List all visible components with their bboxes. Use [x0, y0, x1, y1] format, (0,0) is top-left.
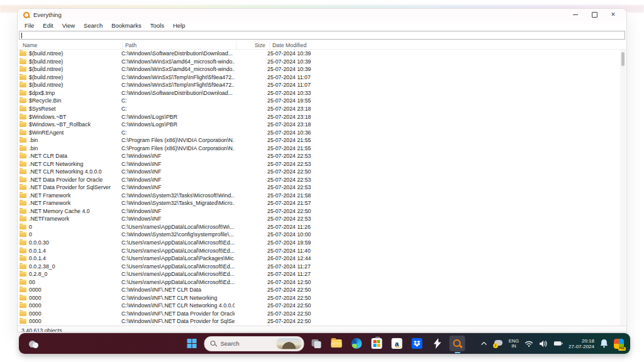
file-row[interactable]: $WinREAgent C: 25-07-2024 10:36 [18, 128, 619, 136]
file-name: $(build.nttree) [29, 50, 63, 57]
file-row[interactable]: .bin C:\Program Files (x86)\NVIDIA Corpo… [18, 144, 619, 152]
file-row[interactable]: 0.0.0.30 C:\Users\rames\AppData\Local\Mi… [18, 239, 619, 247]
file-row[interactable]: .NET CLR Networking 4.0.0.0 C:\Windows\I… [18, 168, 619, 176]
onedrive-warning-icon[interactable]: ! [493, 340, 503, 348]
maximize-button[interactable] [585, 9, 604, 20]
file-row[interactable]: .bin C:\Program Files (x86)\NVIDIA Corpo… [18, 136, 619, 145]
file-path: C:\Windows\INF\.NET CLR Networking 4.0.0… [119, 302, 235, 309]
column-header-name[interactable]: Name [18, 41, 123, 49]
dropbox-button[interactable] [409, 336, 425, 351]
file-date-modified: 25-07-2024 10:39 [265, 58, 619, 65]
file-row[interactable]: $(build.nttree) C:\Windows\SoftwareDistr… [18, 50, 619, 58]
file-row[interactable]: .NET Data Provider for SqlServer C:\Wind… [18, 184, 619, 192]
folder-icon [19, 130, 26, 135]
microsoft-store-button[interactable] [369, 336, 385, 351]
maximize-icon [592, 12, 597, 18]
lightning-app-button[interactable] [430, 336, 445, 351]
folder-icon [19, 162, 26, 167]
start-button[interactable] [184, 336, 200, 351]
copilot-preview-icon[interactable]: PRE [614, 339, 624, 349]
file-row[interactable]: .NET Framework C:\Windows\System32\Tasks… [18, 192, 619, 200]
file-row[interactable]: .NET Memory Cache 4.0 C:\Windows\INF 25-… [18, 207, 619, 216]
file-row[interactable]: $Recycle.Bin C: 25-07-2024 19:55 [18, 97, 619, 105]
file-row[interactable]: 00 C:\Users\rames\AppData\Local\Microsof… [18, 278, 619, 286]
minimize-button[interactable] [566, 9, 585, 20]
column-header-row: Name Path Size Date Modified [18, 41, 626, 50]
folder-icon [19, 295, 26, 300]
menu-search[interactable]: Search [79, 22, 107, 29]
menu-tools[interactable]: Tools [146, 22, 169, 29]
file-row[interactable]: 0000 C:\Windows\INF\.NET CLR Data 25-07-… [18, 286, 619, 294]
file-name: 0000 [29, 310, 42, 317]
everything-taskbar-button[interactable] [450, 336, 465, 351]
file-row[interactable]: 0.2.8_0 C:\Users\rames\AppData\Local\Mic… [18, 270, 619, 278]
file-row[interactable]: .NET Framework C:\Windows\System32\Tasks… [18, 199, 619, 207]
column-header-path[interactable]: Path [123, 41, 236, 49]
file-row[interactable]: $(build.nttree) C:\Windows\WinSxS\amd64_… [18, 65, 619, 74]
scrollbar-thumb[interactable] [621, 52, 625, 66]
weather-widget-icon[interactable] [29, 340, 40, 348]
file-path: C:\Windows\INF [119, 168, 235, 175]
folder-icon [19, 177, 26, 182]
file-row[interactable]: 0.0.2.38_0 C:\Users\rames\AppData\Local\… [18, 262, 619, 270]
file-row[interactable]: $(build.nttree) C:\Windows\WinSxS\Temp\I… [18, 74, 619, 82]
edge-button[interactable] [349, 336, 365, 351]
battery-icon[interactable] [553, 340, 563, 347]
file-row[interactable]: 0 C:\Users\rames\AppData\Local\Microsoft… [18, 223, 619, 231]
file-date-modified: 25-07-2024 11:27 [265, 263, 619, 270]
menu-view[interactable]: View [58, 22, 79, 29]
file-date-modified: 25-07-2024 10:36 [265, 129, 619, 136]
menu-edit[interactable]: Edit [38, 22, 57, 29]
file-path: C:\Windows\INF [119, 177, 235, 183]
file-path: C:\Windows\INF [119, 184, 235, 190]
column-header-date[interactable]: Date Modified [270, 41, 619, 49]
file-path: C:\Windows\INF [119, 161, 235, 167]
volume-icon[interactable] [539, 340, 548, 348]
file-row[interactable]: $Windows.~BT_Rollback C:\Windows\Logs\PB… [18, 121, 619, 129]
folder-icon [19, 114, 26, 119]
column-header-size[interactable]: Size [236, 41, 270, 49]
file-row[interactable]: $Windows.~BT C:\Windows\Logs\PBR 25-07-2… [18, 112, 619, 121]
file-row[interactable]: $(build.nttree) C:\Windows\WinSxS\amd64_… [18, 58, 619, 66]
file-row[interactable]: 0.0.1.4 C:\Users\rames\AppData\Local\Pac… [18, 255, 619, 263]
file-row[interactable]: $SysReset C: 25-07-2024 23:18 [18, 105, 619, 113]
everything-app-icon [23, 12, 30, 18]
language-indicator[interactable]: ENG IN [509, 339, 519, 348]
clock[interactable]: 20:18 27-07-2024 [569, 338, 594, 349]
menu-bookmarks[interactable]: Bookmarks [107, 22, 146, 29]
file-row[interactable]: .NET CLR Networking C:\Windows\INF 25-07… [18, 160, 619, 168]
folder-icon [19, 240, 26, 245]
taskbar-search[interactable]: Search [204, 336, 304, 351]
file-row[interactable]: .NET CLR Data C:\Windows\INF 25-07-2024 … [18, 152, 619, 160]
wifi-icon[interactable] [525, 340, 533, 347]
file-date-modified: 25-07-2024 22:50 [265, 208, 619, 214]
file-date-modified: 25-07-2024 10:33 [265, 90, 619, 96]
file-row[interactable]: .NETFramework C:\Windows\INF 25-07-2024 … [18, 215, 619, 223]
menu-file[interactable]: File [20, 22, 38, 29]
file-row[interactable]: $dpx$.tmp C:\Windows\SoftwareDistributio… [18, 89, 619, 97]
vertical-scrollbar[interactable] [620, 50, 626, 326]
file-row[interactable]: 0000 C:\Windows\INF\.NET Data Provider f… [18, 317, 619, 326]
file-row[interactable]: .NET Data Provider for Oracle C:\Windows… [18, 176, 619, 184]
file-row[interactable]: 0000 C:\Windows\INF\.NET Data Provider f… [18, 310, 619, 318]
tray-chevron-up-icon[interactable] [480, 341, 487, 346]
file-row[interactable]: 0 C:\Windows\System32\config\systemprofi… [18, 231, 619, 239]
file-row[interactable]: 0.0.1.4 C:\Users\rames\AppData\Local\Mic… [18, 246, 619, 255]
folder-icon [19, 287, 26, 292]
file-date-modified: 25-07-2024 21:57 [265, 200, 619, 206]
file-name: 0000 [29, 318, 42, 324]
file-path: C: [119, 106, 235, 112]
menu-help[interactable]: Help [169, 22, 190, 29]
file-row[interactable]: 0000 C:\Windows\INF\.NET CLR Networking … [18, 302, 619, 310]
notification-bell-icon[interactable] [600, 339, 608, 348]
file-row[interactable]: $(build.nttree) C:\Windows\WinSxS\Temp\I… [18, 81, 619, 89]
file-row[interactable]: 0000 C:\Windows\INF\.NET CLR Networking … [18, 293, 619, 302]
title-bar[interactable]: Everything ✕ [18, 9, 626, 21]
task-view-button[interactable] [309, 336, 325, 351]
file-explorer-button[interactable] [329, 336, 345, 351]
folder-icon [19, 146, 26, 151]
amazon-button[interactable]: a [389, 336, 405, 351]
close-button[interactable]: ✕ [604, 9, 623, 20]
search-input[interactable] [19, 31, 625, 40]
minimize-icon [573, 14, 578, 15]
